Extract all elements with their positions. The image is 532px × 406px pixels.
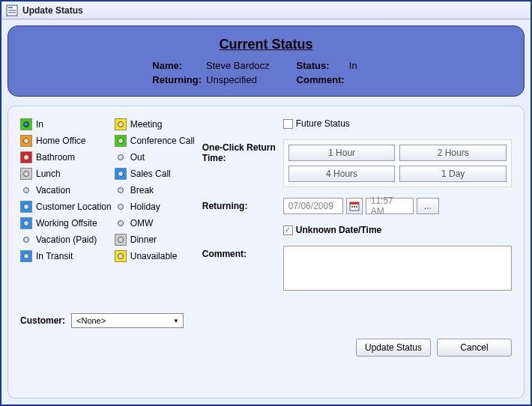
status-radio[interactable] (20, 135, 32, 147)
status-option[interactable]: Break (115, 184, 195, 196)
comment-label: Comment: (297, 74, 345, 85)
status-radio[interactable] (20, 201, 32, 213)
status-option[interactable]: In (20, 118, 112, 130)
status-option[interactable]: Lunch (20, 168, 112, 180)
status-option-label: Out (130, 152, 145, 163)
comment-form-label: Comment: (202, 246, 277, 291)
status-option-label: Vacation (36, 185, 70, 196)
comment-value (349, 74, 380, 85)
status-col-2: MeetingConference CallOutSales CallBreak… (115, 118, 195, 291)
status-option[interactable]: Working Offsite (20, 217, 112, 229)
status-option[interactable]: Conference Call (115, 135, 195, 147)
status-radio[interactable] (115, 151, 127, 163)
status-option[interactable]: Vacation (Paid) (20, 234, 112, 246)
status-value: In (349, 60, 380, 71)
status-option-label: Lunch (36, 169, 61, 179)
name-value: Steve Bardocz (206, 60, 292, 71)
status-option[interactable]: In Transit (20, 250, 112, 262)
status-option-label: Customer Location (36, 202, 112, 212)
app-icon (6, 4, 18, 16)
status-option[interactable]: Unavailable (115, 250, 195, 262)
status-option-label: In Transit (36, 251, 73, 261)
returning-label: Returning: (152, 74, 202, 85)
one-click-label: One-Click Return Time: (202, 139, 277, 187)
status-label: Status: (297, 60, 345, 71)
future-status-row: Future Status (283, 118, 512, 129)
unknown-datetime-checkbox[interactable]: ✓ (283, 225, 293, 235)
customer-dropdown[interactable]: <None> ▼ (71, 313, 184, 328)
status-radio[interactable] (115, 234, 127, 246)
status-option[interactable]: OMW (115, 217, 195, 229)
status-option[interactable]: Out (115, 151, 195, 163)
status-radio[interactable] (20, 118, 32, 130)
status-option[interactable]: Customer Location (20, 201, 112, 213)
status-option[interactable]: Bathroom (20, 151, 112, 163)
svg-rect-1 (8, 7, 13, 8)
status-option-label: Break (130, 185, 154, 196)
customer-row: Customer: <None> ▼ (20, 313, 512, 328)
status-option-label: Conference Call (130, 136, 195, 146)
window-title: Update Status (22, 5, 83, 16)
quick-time-button[interactable]: 2 Hours (399, 145, 507, 161)
update-status-button[interactable]: Update Status (356, 339, 431, 357)
status-radio[interactable] (115, 184, 127, 196)
status-radio[interactable] (115, 250, 127, 262)
customer-label: Customer: (20, 315, 65, 326)
cancel-button[interactable]: Cancel (437, 339, 512, 357)
current-status-panel: Current Status Name: Steve Bardocz Statu… (7, 25, 525, 97)
returning-time-input[interactable]: 11:57 AM (366, 198, 414, 214)
calendar-icon (349, 201, 360, 211)
status-option-label: OMW (130, 218, 154, 228)
svg-rect-2 (8, 10, 16, 11)
footer-buttons: Update Status Cancel (20, 339, 512, 357)
status-option-label: Unavailable (130, 251, 178, 261)
svg-rect-3 (8, 12, 16, 13)
body-panel: InHome OfficeBathroomLunchVacationCustom… (7, 106, 525, 399)
status-radio[interactable] (20, 151, 32, 163)
status-option[interactable]: Sales Call (115, 168, 195, 180)
current-status-grid: Name: Steve Bardocz Status: In Returning… (152, 60, 379, 85)
status-radio[interactable] (115, 135, 127, 147)
update-status-window: Update Status Current Status Name: Steve… (0, 0, 532, 406)
status-radio[interactable] (115, 201, 127, 213)
status-radio[interactable] (20, 234, 32, 246)
unknown-datetime-label: Unknown Date/Time (296, 225, 381, 235)
quick-buttons-grid: 1 Hour2 Hours4 Hours1 Day (283, 139, 512, 187)
returning-form-label: Returning: (202, 198, 277, 235)
status-option-label: Holiday (130, 202, 160, 212)
returning-date-input[interactable]: 07/06/2009 (283, 198, 343, 214)
svg-rect-6 (351, 206, 353, 207)
status-col-1: InHome OfficeBathroomLunchVacationCustom… (20, 118, 112, 291)
status-option-label: Sales Call (130, 169, 171, 179)
comment-textarea[interactable] (283, 246, 512, 291)
status-radio[interactable] (20, 250, 32, 262)
chevron-down-icon: ▼ (171, 315, 181, 326)
status-radio[interactable] (20, 217, 32, 229)
status-option[interactable]: Dinner (115, 234, 195, 246)
quick-time-button[interactable]: 1 Day (399, 166, 507, 182)
right-column: Future Status One-Click Return Time: 1 H… (202, 118, 512, 291)
status-option[interactable]: Holiday (115, 201, 195, 213)
status-radio[interactable] (20, 184, 32, 196)
status-option-label: Vacation (Paid) (36, 234, 97, 245)
quick-time-button[interactable]: 1 Hour (288, 145, 396, 161)
more-button[interactable]: ... (417, 198, 439, 214)
svg-rect-7 (354, 206, 355, 207)
status-radio[interactable] (20, 168, 32, 180)
status-radio[interactable] (115, 168, 127, 180)
status-radio[interactable] (115, 217, 127, 229)
calendar-button[interactable] (346, 198, 363, 214)
status-options: InHome OfficeBathroomLunchVacationCustom… (20, 118, 195, 291)
future-status-checkbox[interactable] (283, 119, 293, 129)
status-option[interactable]: Home Office (20, 135, 112, 147)
customer-selected: <None> (76, 316, 106, 325)
name-label: Name: (152, 60, 202, 71)
status-radio[interactable] (115, 118, 127, 130)
status-option[interactable]: Meeting (115, 118, 195, 130)
status-option-label: Home Office (36, 136, 85, 146)
titlebar: Update Status (1, 1, 531, 19)
status-option[interactable]: Vacation (20, 184, 112, 196)
svg-rect-5 (350, 202, 359, 204)
quick-time-button[interactable]: 4 Hours (288, 166, 396, 182)
unknown-datetime-row: ✓ Unknown Date/Time (283, 225, 512, 235)
